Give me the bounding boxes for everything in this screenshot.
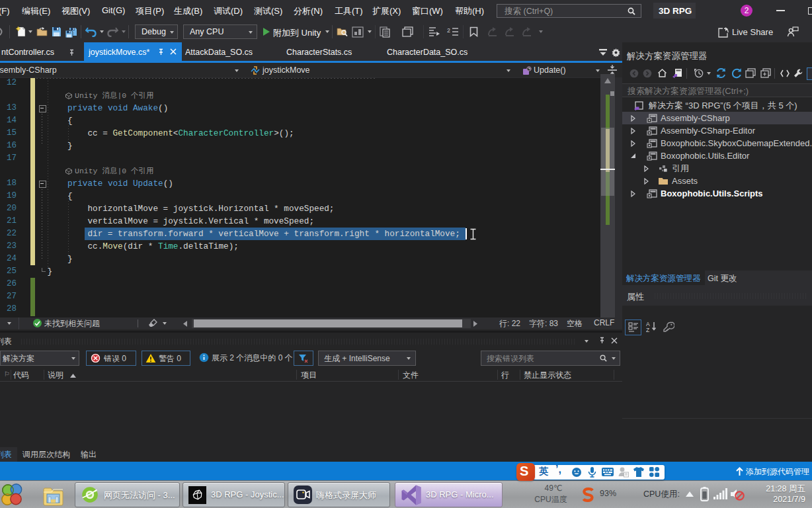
svg-text:Z: Z bbox=[646, 327, 649, 333]
svg-text:2: 2 bbox=[447, 27, 450, 34]
